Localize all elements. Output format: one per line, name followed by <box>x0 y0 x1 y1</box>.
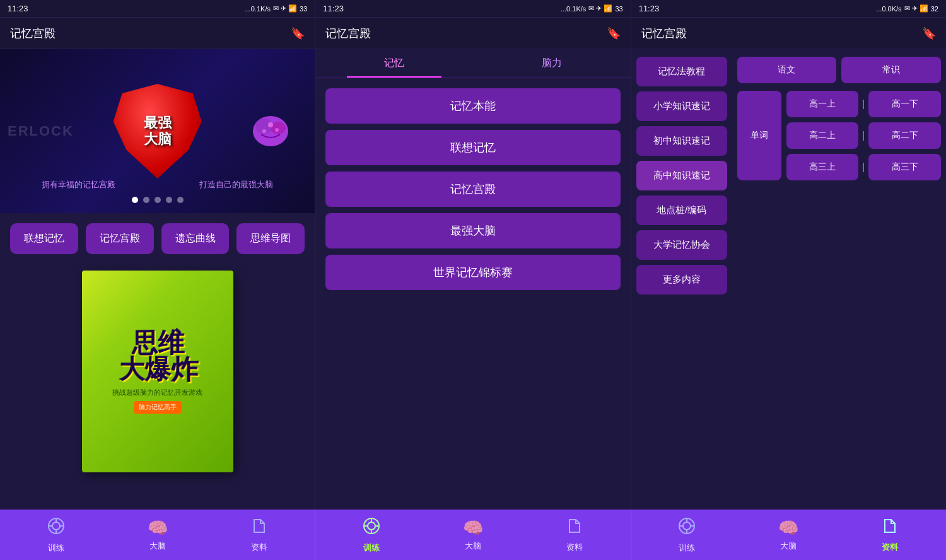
svg-point-2 <box>271 122 286 134</box>
svg-point-3 <box>268 122 273 127</box>
btn-yuwen[interactable]: 语文 <box>737 57 837 83</box>
brain-nav-icon-1: 🧠 <box>148 518 168 538</box>
left-menu-item-5[interactable]: 大学记忆协会 <box>636 230 727 260</box>
menu-list: 记忆本能 联想记忆 记忆宫殿 最强大脑 世界记忆锦标赛 <box>315 78 630 300</box>
signal-2: ...0.1K/s <box>561 5 586 13</box>
nav-brain-3[interactable]: 🧠 大脑 <box>738 518 839 552</box>
icons-1: ✉ ✈ 📶 <box>273 4 297 13</box>
divider-3: | <box>862 161 865 173</box>
signal-area-2: ...0.1K/s ✉ ✈ 📶 33 <box>561 4 623 13</box>
icons-3: ✉ ✈ 📶 <box>904 4 928 13</box>
brain-nav-icon-3: 🧠 <box>778 518 798 538</box>
svg-point-4 <box>262 129 266 133</box>
battery-3: 32 <box>931 5 938 13</box>
right-submenu: 语文 常识 单词 高一上 | 高一下 高二 <box>732 49 946 510</box>
dot-5[interactable] <box>177 197 184 203</box>
resource-icon-1 <box>250 517 268 539</box>
caption-1: 拥有幸福的记忆宫殿 <box>42 179 115 190</box>
left-menu-item-4[interactable]: 地点桩/编码 <box>636 195 727 225</box>
btn-g1a[interactable]: 高一上 <box>786 91 859 117</box>
dot-3[interactable] <box>155 197 161 203</box>
left-menu-item-2[interactable]: 初中知识速记 <box>636 126 727 156</box>
divider-2: | <box>862 130 865 141</box>
shield-text: 最强大脑 <box>144 115 172 148</box>
shield-shape: 最强大脑 <box>114 84 202 178</box>
nav-section-3: 训练 🧠 大脑 资料 <box>631 510 946 560</box>
banner-dots <box>132 197 184 203</box>
nav-section-1: 训练 🧠 大脑 资料 <box>0 510 315 560</box>
btn-mindmap[interactable]: 思维导图 <box>237 223 305 254</box>
book-cover[interactable]: 思维大爆炸 挑战超级脑力的记忆开发游戏 脑力记忆高手 <box>82 271 233 472</box>
banner: ERLOCK 最强大脑 拥有幸福的记忆宫殿 打造自己 <box>0 49 315 213</box>
signal-area-1: ...0.1K/s ✉ ✈ 📶 33 <box>245 4 308 13</box>
nav-train-1[interactable]: 训练 <box>5 516 107 554</box>
tab-memory[interactable]: 记忆 <box>315 49 473 78</box>
panel3-content: 记忆法教程 小学知识速记 初中知识速记 高中知识速记 地点桩/编码 大学记忆协会… <box>631 49 946 510</box>
nav-resource-3[interactable]: 资料 <box>839 517 941 553</box>
nav-brain-1[interactable]: 🧠 大脑 <box>107 518 208 552</box>
left-menu-item-6[interactable]: 更多内容 <box>636 265 727 295</box>
brain-nav-icon-2: 🧠 <box>463 518 483 538</box>
left-menu-item-3[interactable]: 高中知识速记 <box>636 161 727 190</box>
btn-changshi[interactable]: 常识 <box>841 57 941 83</box>
bookmark-icon-3[interactable]: 🔖 <box>922 26 936 40</box>
header-1: 记忆宫殿 🔖 <box>0 18 315 49</box>
status-bar: 11:23 ...0.1K/s ✉ ✈ 📶 33 11:23 ...0.1K/s… <box>0 0 946 18</box>
panel2-tabs: 记忆 脑力 <box>315 49 630 78</box>
bookmark-icon-1[interactable]: 🔖 <box>291 26 305 40</box>
panel-2: 记忆 脑力 记忆本能 联想记忆 记忆宫殿 最强大脑 世界记忆锦标赛 <box>315 49 631 510</box>
nav-label-brain-3: 大脑 <box>780 540 797 552</box>
btn-g1b[interactable]: 高一下 <box>868 91 941 117</box>
train-icon-1 <box>47 516 66 540</box>
train-icon-2 <box>362 516 381 540</box>
panel-3: 记忆法教程 小学知识速记 初中知识速记 高中知识速记 地点桩/编码 大学记忆协会… <box>631 49 946 510</box>
nav-train-3[interactable]: 训练 <box>636 516 738 554</box>
banner-logo: 最强大脑 <box>107 81 208 182</box>
bottom-nav: 训练 🧠 大脑 资料 <box>0 510 946 560</box>
menu-item-3[interactable]: 最强大脑 <box>325 213 620 248</box>
time-1: 11:23 <box>8 4 28 13</box>
left-menu-item-1[interactable]: 小学知识速记 <box>636 91 727 121</box>
level-row-1: 高一上 | 高一下 <box>786 91 941 117</box>
top-row-buttons: 语文 常识 <box>737 57 941 83</box>
train-icon-3 <box>677 516 696 540</box>
header-title-1: 记忆宫殿 <box>10 26 55 41</box>
header-2: 记忆宫殿 🔖 <box>315 18 631 49</box>
battery-2: 33 <box>615 5 622 13</box>
dot-2[interactable] <box>143 197 149 203</box>
resource-icon-3 <box>881 517 899 539</box>
time-3: 11:23 <box>639 4 660 13</box>
btn-g3b[interactable]: 高三下 <box>868 154 941 180</box>
menu-item-0[interactable]: 记忆本能 <box>325 88 620 124</box>
sub-label-word[interactable]: 单词 <box>737 91 781 180</box>
bookmark-icon-2[interactable]: 🔖 <box>607 26 621 40</box>
nav-train-2[interactable]: 训练 <box>320 516 422 554</box>
btn-forgetting[interactable]: 遗忘曲线 <box>161 223 230 254</box>
book-label: 脑力记忆高手 <box>134 401 182 414</box>
nav-label-resource-2: 资料 <box>566 542 583 553</box>
dot-1[interactable] <box>132 197 138 203</box>
svg-point-19 <box>683 522 691 530</box>
btn-associative[interactable]: 联想记忆 <box>10 223 78 254</box>
left-menu: 记忆法教程 小学知识速记 初中知识速记 高中知识速记 地点桩/编码 大学记忆协会… <box>631 49 732 510</box>
menu-item-1[interactable]: 联想记忆 <box>325 130 620 165</box>
btn-g3a[interactable]: 高三上 <box>786 154 859 180</box>
levels-grid: 高一上 | 高一下 高二上 | 高二下 高三上 <box>786 91 941 180</box>
nav-label-brain-1: 大脑 <box>149 540 166 552</box>
book-subtitle: 挑战超级脑力的记忆开发游戏 <box>112 388 202 397</box>
nav-resource-2[interactable]: 资料 <box>524 517 626 553</box>
menu-item-4[interactable]: 世界记忆锦标赛 <box>325 255 620 290</box>
header-row: 记忆宫殿 🔖 记忆宫殿 🔖 记忆宫殿 🔖 <box>0 18 946 49</box>
menu-item-2[interactable]: 记忆宫殿 <box>325 172 620 207</box>
btn-g2a[interactable]: 高二上 <box>786 122 859 149</box>
nav-resource-1[interactable]: 资料 <box>208 517 310 553</box>
main-content: ERLOCK 最强大脑 拥有幸福的记忆宫殿 打造自己 <box>0 49 946 510</box>
left-menu-item-0[interactable]: 记忆法教程 <box>636 57 727 86</box>
btn-palace[interactable]: 记忆宫殿 <box>86 223 154 254</box>
nav-label-train-1: 训练 <box>48 542 64 554</box>
dot-4[interactable] <box>166 197 172 203</box>
tab-brain[interactable]: 脑力 <box>473 49 631 78</box>
book-title-main: 思维大爆炸 <box>119 329 199 383</box>
nav-brain-2[interactable]: 🧠 大脑 <box>422 518 523 552</box>
btn-g2b[interactable]: 高二下 <box>868 122 941 149</box>
